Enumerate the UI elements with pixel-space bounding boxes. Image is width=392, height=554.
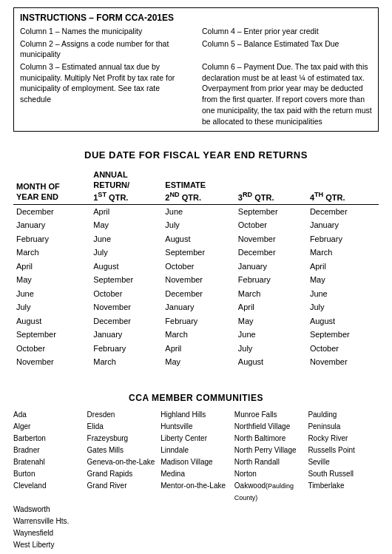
instructions-box: INSTRUCTIONS – FORM CCA-201ES Column 1 –… — [13, 7, 379, 132]
header-q2: ESTIMATE2ND QTR. — [162, 168, 235, 204]
col1-text: Column 1 – Names the municipality — [20, 26, 190, 37]
cell-q3: January — [235, 260, 307, 274]
cell-q1: October — [90, 287, 162, 301]
cell-q4: September — [307, 328, 379, 342]
cell-q4: May — [307, 273, 379, 287]
cell-q4: August — [307, 314, 379, 328]
cell-q1: May — [90, 218, 162, 232]
table-row: JulyNovemberJanuaryAprilJuly — [13, 300, 379, 314]
cell-q2: May — [162, 355, 235, 369]
cell-q4: January — [307, 218, 379, 232]
cell-year_end: November — [13, 355, 90, 369]
cell-q3: July — [235, 342, 307, 356]
list-item: Burton — [13, 468, 84, 480]
cell-year_end: April — [13, 260, 90, 274]
list-item: Warrensville Hts. — [13, 516, 84, 527]
list-item: Russells Point — [308, 445, 379, 456]
list-item: Wadsworth — [13, 504, 84, 516]
cell-q3: September — [235, 204, 307, 218]
col5-text: Column 5 – Balance Estimated Tax Due — [202, 38, 372, 60]
cell-q1: February — [90, 342, 162, 356]
cell-q2: July — [162, 218, 235, 232]
cell-q2: April — [162, 342, 235, 356]
col3-text: Column 3 – Estimated annual tax due by m… — [20, 61, 190, 126]
cell-year_end: July — [13, 300, 90, 314]
col4-text: Column 4 – Enter prior year credit — [202, 26, 372, 37]
cell-q2: August — [162, 232, 235, 246]
cell-q2: February — [162, 314, 235, 328]
cell-year_end: June — [13, 287, 90, 301]
cell-year_end: September — [13, 328, 90, 342]
table-row: MaySeptemberNovemberFebruaryMay — [13, 273, 379, 287]
table-row: AugustDecemberFebruaryMayAugust — [13, 314, 379, 328]
cca-grid: AdaAlgerBarbertonBradnerBratenahlBurtonC… — [13, 409, 379, 551]
cell-q1: January — [90, 328, 162, 342]
cell-q2: June — [162, 204, 235, 218]
table-row: JanuaryMayJulyOctoberJanuary — [13, 218, 379, 232]
header-year-end: MONTH OFYEAR END — [13, 168, 90, 204]
list-item: North Perry Village — [234, 445, 305, 456]
cca-title: CCA MEMBER COMMUNITIES — [13, 393, 379, 403]
due-date-section: DUE DATE FOR FISCAL YEAR END RETURNS MON… — [13, 149, 379, 369]
cell-q1: July — [90, 246, 162, 260]
header-q3: 3RD QTR. — [235, 168, 307, 204]
list-item: Seville — [308, 456, 379, 468]
list-item: Northfield Village — [234, 421, 305, 433]
list-item: Alger — [13, 421, 84, 433]
cca-col-2: Highland HillsHuntsvilleLiberty CenterLi… — [160, 409, 232, 504]
list-item: Bradner — [13, 445, 84, 456]
list-item: Paulding — [308, 409, 379, 421]
instructions-grid: Column 1 – Names the municipality Column… — [20, 26, 372, 126]
col6-text: Column 6 – Payment Due. The tax paid wit… — [202, 61, 372, 126]
cell-q1: June — [90, 232, 162, 246]
cca-col-5: WadsworthWarrensville Hts.WaynesfieldWes… — [13, 504, 84, 551]
list-item: North Baltimore — [234, 433, 305, 445]
cell-q2: November — [162, 273, 235, 287]
list-item: Rocky River — [308, 433, 379, 445]
cell-q2: January — [162, 300, 235, 314]
list-item: Ada — [13, 409, 84, 421]
list-item: South Russell — [308, 468, 379, 480]
cell-q4: October — [307, 342, 379, 356]
list-item: Timberlake — [308, 480, 379, 492]
cell-q4: December — [307, 204, 379, 218]
cell-q3: June — [235, 328, 307, 342]
list-item: Madison Village — [160, 456, 232, 468]
table-row: FebruaryJuneAugustNovemberFebruary — [13, 232, 379, 246]
header-q1: ANNUALRETURN/1ST QTR. — [90, 168, 162, 204]
list-item: Dresden — [87, 409, 158, 421]
cell-q4: July — [307, 300, 379, 314]
list-item: Medina — [160, 468, 232, 480]
cell-q1: April — [90, 204, 162, 218]
cell-year_end: January — [13, 218, 90, 232]
cell-year_end: May — [13, 273, 90, 287]
cell-q3: April — [235, 300, 307, 314]
instructions-title: INSTRUCTIONS – FORM CCA-201ES — [20, 13, 372, 23]
cell-q2: September — [162, 246, 235, 260]
list-item: Peninsula — [308, 421, 379, 433]
cell-q1: September — [90, 273, 162, 287]
cell-q3: August — [235, 355, 307, 369]
cell-q4: March — [307, 246, 379, 260]
list-item: West Liberty — [13, 539, 84, 551]
table-row: DecemberAprilJuneSeptemberDecember — [13, 204, 379, 218]
list-item: Waynesfield — [13, 527, 84, 539]
cell-year_end: February — [13, 232, 90, 246]
cell-q1: November — [90, 300, 162, 314]
table-row: SeptemberJanuaryMarchJuneSeptember — [13, 328, 379, 342]
cell-q2: March — [162, 328, 235, 342]
cell-q3: May — [235, 314, 307, 328]
cca-section: CCA MEMBER COMMUNITIES AdaAlgerBarberton… — [13, 393, 379, 551]
cell-q4: June — [307, 287, 379, 301]
table-row: MarchJulySeptemberDecemberMarch — [13, 246, 379, 260]
list-item: Frazeysburg — [87, 433, 158, 445]
cell-year_end: March — [13, 246, 90, 260]
cell-q3: October — [235, 218, 307, 232]
cell-q3: February — [235, 273, 307, 287]
list-item: Cleveland — [13, 480, 84, 492]
list-item: Grand River — [87, 480, 158, 492]
cell-q4: April — [307, 260, 379, 274]
cca-col-4: PauldingPeninsulaRocky RiverRussells Poi… — [308, 409, 379, 504]
list-item: North Randall — [234, 456, 305, 468]
cell-q4: November — [307, 355, 379, 369]
